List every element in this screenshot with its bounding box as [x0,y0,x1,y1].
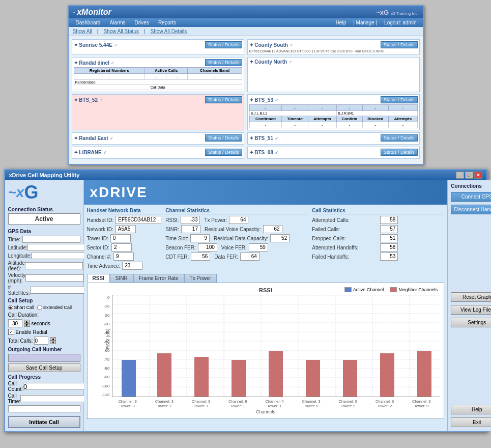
panel-county-north-title: ✦ County North ♂ [249,59,293,65]
gps-vel-input[interactable] [25,274,83,282]
right-sidebar: Connections Connect GPS Disconnect Hands… [447,180,491,431]
panel-bts52: ✦ BTS_52 ♂ Status / Details [72,94,244,130]
x-label-ch9t2: Channel: 9Tower: 2 [330,399,366,408]
beaconfer-value: 100 [198,243,217,251]
total-calls-spinner: ▲ ▼ [50,337,56,344]
close-btn[interactable]: ✕ [474,172,482,179]
connect-gps-btn[interactable]: Connect GPS [451,192,491,202]
top-right-nav: Help | Manage | Logout: admin [330,18,423,27]
bar-neighbor-ch9t2 [343,360,357,397]
bar-neighbor-ch4t1 [269,351,283,397]
call-duration-row: Call Duration: [8,312,80,318]
panel-county-south-btn[interactable]: Status / Details [381,41,418,48]
x-label-ch6t2: Channel: 6Tower: 2 [366,399,403,408]
nav-reports[interactable]: Reports [154,19,180,26]
y-label-80: -80 [104,366,110,371]
tab-tx-power[interactable]: Tx Power [184,274,217,283]
total-calls-up[interactable]: ▲ [50,337,56,341]
network-id-value: A5A5 [115,225,136,233]
duration-down-btn[interactable]: ▼ [24,323,30,327]
rdc-label: Residual Data Capacity: [214,236,268,241]
connection-status-label: Connection Status [8,207,80,212]
enable-radial-label: Enable Radial [16,329,47,335]
nav-drives[interactable]: Drives [131,19,153,26]
minimize-btn[interactable]: _ [456,172,464,179]
panel-librane-btn[interactable]: Status / Details [205,149,242,156]
panel-bts53-btn[interactable]: Status / Details [381,96,418,103]
duration-up-btn[interactable]: ▲ [24,320,30,323]
outgoing-number-label: Outgoing Call Number [8,347,80,352]
disconnect-handset-btn[interactable]: Disconnect Handset [451,205,491,214]
extended-call-radio-btn[interactable] [37,305,42,310]
nav-dashboard[interactable]: Dashboard [72,19,105,26]
total-calls-input[interactable] [34,337,48,345]
rssi-item: RSSI: -33 [165,216,200,224]
bottom-body: ~x G Connection Status Active GPS Data T… [5,180,486,431]
voicfer-label: Voice FER: [221,245,247,250]
bar-neighbor-ch3t2 [157,353,171,397]
save-call-setup-btn[interactable]: Save Call Setup [8,363,80,372]
xg-brand: ~x G [8,183,80,202]
tab-frame-error-rate[interactable]: Frame Error Rate [133,274,184,283]
panel-bts51-btn[interactable]: Status / Details [381,134,418,142]
dropped-calls-label: Dropped Calls: [312,236,378,241]
attempted-handoffs-row: Attempted Handoffs: 58 [312,243,444,251]
tab-rssi[interactable]: RSSI [87,274,110,283]
gps-sat-input[interactable] [30,287,88,294]
legend-active: Active Channel [344,287,384,292]
channel-num-label: Channel #: [87,254,111,260]
x-label-ch9t0: Channel: 9Tower: 0 [109,399,146,408]
gps-lat-input[interactable] [27,244,85,251]
tab-sinr[interactable]: SINR [110,274,133,283]
gps-lat-label: Latitude: [8,245,27,250]
reset-graph-btn[interactable]: Reset Graph [451,292,491,302]
x-axis-labels: Channel: 9Tower: 0 Channel: 3Tower: 2 Ch… [92,399,440,408]
main-content: xDRIVE Handset Network Data Handset ID: … [84,180,448,431]
gps-lon-input[interactable] [32,252,90,259]
total-calls-down[interactable]: ▼ [50,341,56,344]
panel-bts52-btn[interactable]: Status / Details [205,96,242,103]
panel-randal-dinel-btn[interactable]: Status / Details [205,59,242,66]
exit-btn[interactable]: Exit [451,417,491,427]
extended-call-label: Extended Call [43,305,72,310]
view-log-files-btn[interactable]: View Log Files [451,305,491,315]
initiate-call-btn[interactable]: Initiate Call [8,416,80,428]
titlebar-controls: _ □ ✕ [456,172,482,179]
extended-call-radio[interactable]: Extended Call [37,305,72,310]
panel-randal-east-btn[interactable]: Status / Details [205,134,242,142]
dropped-calls-value: 51 [380,234,398,242]
top-monitor-window: ~ xMonitor ~xG e3 Training Inc. Dashboar… [68,5,424,165]
xdrive-header: xDRIVE [84,180,448,205]
x-label-ch8t1: Channel: 8Tower: 1 [219,399,256,408]
action-show-all-status[interactable]: Show All Status [103,29,138,34]
y-label-10: -10 [104,304,110,309]
settings-btn[interactable]: Settings [451,318,491,327]
nav-alarms[interactable]: Alarms [105,19,129,26]
action-show-all[interactable]: Show All [73,29,92,34]
gps-time-input[interactable] [22,236,80,243]
nav-logout[interactable]: Logout: admin [381,19,419,26]
short-call-radio[interactable]: Short Call [8,305,35,310]
duration-input[interactable] [8,319,22,327]
y-label-70: -70 [104,357,110,362]
nav-help[interactable]: Help [333,19,350,26]
action-show-all-details[interactable]: Show All Details [151,29,187,34]
help-btn[interactable]: Help [451,405,491,414]
enable-radial-checkbox[interactable]: ✓ [8,329,14,335]
datafer-label: Data FER: [214,254,238,260]
cdtfer-label: CDT FER: [165,254,189,260]
sinr-label: SINR: [165,227,179,232]
nav-manage[interactable]: | Manage | [350,19,380,26]
short-call-radio-btn[interactable] [8,305,13,310]
left-sidebar: ~x G Connection Status Active GPS Data T… [5,180,84,431]
gps-alt-input[interactable] [25,262,83,269]
failed-calls-value: 57 [380,225,398,233]
panel-sunrise-btn[interactable]: Status / Details [205,41,242,48]
rdc-item: Residual Data Capacity: 52 [214,234,290,242]
phone-number-input[interactable] [8,354,80,362]
maximize-btn[interactable]: □ [465,172,473,179]
x-label-ch3t0b: Channel: 3Tower: 0 [403,399,440,408]
gps-data-label: GPS Data [8,229,80,234]
panel-sunrise-title: ✦ Sunrise 5.44E ♂ [74,42,118,48]
panel-bts08-btn[interactable]: Status / Details [381,149,418,156]
